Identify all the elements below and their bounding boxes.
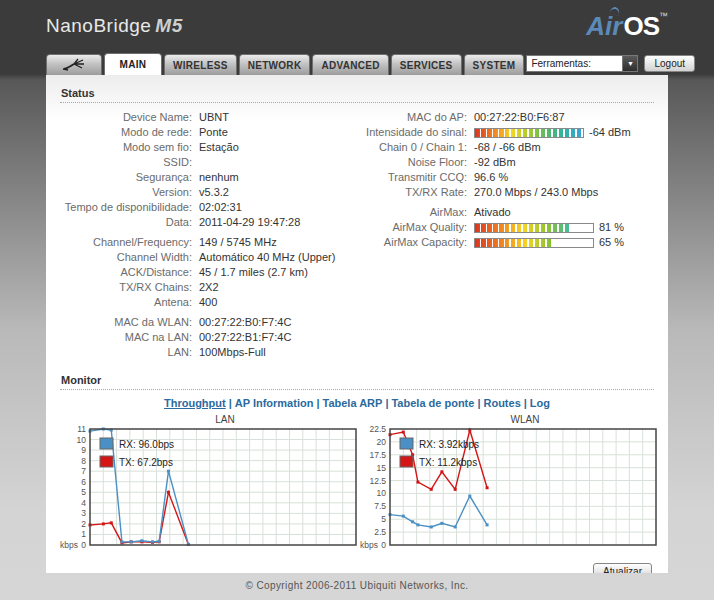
status-label: Modo de rede: bbox=[60, 125, 192, 140]
status-value: 00:27:22:B0:F6:87 bbox=[474, 110, 565, 125]
status-label: LAN: bbox=[60, 345, 192, 360]
refresh-row: Atualizar bbox=[60, 554, 654, 573]
tab-logo[interactable] bbox=[46, 54, 102, 75]
legend-swatch bbox=[100, 456, 113, 467]
lan-chart: LAN01234567891011kbpsRX: 96.0bpsTX: 67.2… bbox=[60, 412, 360, 554]
monitor-link-log[interactable]: Log bbox=[530, 397, 550, 409]
status-row: Device Name:UBNT bbox=[60, 110, 357, 125]
status-value: 270.0 Mbps / 243.0 Mbps bbox=[474, 185, 598, 200]
status-label: Tempo de disponibilidade: bbox=[60, 200, 192, 215]
status-row: Noise Floor:-92 dBm bbox=[357, 155, 654, 170]
legend-label: TX: 11.2kbps bbox=[419, 457, 477, 468]
status-row: Segurança:nenhum bbox=[60, 170, 357, 185]
monitor-link-throughput[interactable]: Throughput bbox=[164, 397, 226, 409]
status-value: 65 % bbox=[599, 235, 624, 250]
monitor-link-ap-information[interactable]: AP Information bbox=[235, 397, 314, 409]
status-value: Estação bbox=[199, 140, 239, 155]
status-label: Channel Width: bbox=[60, 250, 192, 265]
status-row: TX/RX Chains:2X2 bbox=[60, 280, 357, 295]
status-label: SSID: bbox=[60, 155, 192, 170]
tab-wireless[interactable]: WIRELESS bbox=[164, 54, 237, 75]
tab-services[interactable]: SERVICES bbox=[391, 54, 462, 75]
status-row: Chain 0 / Chain 1:-68 / -66 dBm bbox=[357, 140, 654, 155]
lan-chart-svg: 01234567891011kbpsRX: 96.0bpsTX: 67.2bps bbox=[60, 426, 360, 550]
status-value: -92 dBm bbox=[474, 155, 516, 170]
status-label: MAC do AP: bbox=[357, 110, 467, 125]
status-row: TX/RX Rate:270.0 Mbps / 243.0 Mbps bbox=[357, 185, 654, 200]
tab-advanced[interactable]: ADVANCED bbox=[312, 54, 388, 75]
legend-swatch bbox=[100, 438, 113, 449]
status-label: MAC na LAN: bbox=[60, 330, 192, 345]
chart-title: WLAN bbox=[360, 414, 660, 425]
link-separator: | bbox=[477, 397, 480, 409]
status-value: 02:02:31 bbox=[199, 200, 242, 215]
status-value: -68 / -66 dBm bbox=[474, 140, 541, 155]
status-value: 2011-04-29 19:47:28 bbox=[199, 215, 300, 230]
status-row: AirMax Capacity:65 % bbox=[357, 235, 654, 250]
signal-meter bbox=[474, 128, 584, 138]
status-value: 00:27:22:B1:F7:4C bbox=[199, 330, 291, 345]
monitor-link-routes[interactable]: Routes bbox=[483, 397, 520, 409]
svg-text:20: 20 bbox=[377, 437, 387, 447]
svg-text:0: 0 bbox=[381, 540, 386, 550]
throughput-charts: LAN01234567891011kbpsRX: 96.0bpsTX: 67.2… bbox=[60, 412, 654, 554]
airos-air-text: Air bbox=[586, 11, 622, 41]
status-row: Version:v5.3.2 bbox=[60, 185, 357, 200]
footer-copyright: © Copyright 2006-2011 Ubiquiti Networks,… bbox=[0, 573, 714, 591]
wlan-chart-svg: 02.557.51012.51517.52022.5kbpsRX: 3.92kb… bbox=[360, 426, 660, 550]
status-label: AirMax Quality: bbox=[357, 220, 467, 235]
refresh-button[interactable]: Atualizar bbox=[593, 563, 652, 573]
status-right-column: MAC do AP:00:27:22:B0:F6:87Intensidade d… bbox=[357, 110, 654, 360]
tab-system[interactable]: SYSTEM bbox=[464, 54, 525, 75]
monitor-link-tabela-arp[interactable]: Tabela ARP bbox=[322, 397, 382, 409]
chevron-down-icon[interactable]: ▼ bbox=[622, 56, 637, 71]
status-label: Chain 0 / Chain 1: bbox=[357, 140, 467, 155]
status-value: nenhum bbox=[199, 170, 239, 185]
status-row: AirMax:Ativado bbox=[357, 205, 654, 220]
tools-dropdown[interactable]: Ferramentas: ▼ bbox=[526, 55, 638, 72]
status-value: 45 / 1.7 miles (2.7 km) bbox=[199, 265, 308, 280]
svg-text:22.5: 22.5 bbox=[369, 426, 386, 434]
status-label: Device Name: bbox=[60, 110, 192, 125]
status-row: MAC do AP:00:27:22:B0:F6:87 bbox=[357, 110, 654, 125]
status-label: Noise Floor: bbox=[357, 155, 467, 170]
svg-text:9: 9 bbox=[81, 445, 86, 455]
status-row: Transmitir CCQ:96.6 % bbox=[357, 170, 654, 185]
status-value: Ativado bbox=[474, 205, 511, 220]
status-row: ACK/Distance:45 / 1.7 miles (2.7 km) bbox=[60, 265, 357, 280]
status-row: AirMax Quality:81 % bbox=[357, 220, 654, 235]
status-section-title: Status bbox=[60, 85, 654, 103]
monitor-section-title: Monitor bbox=[60, 372, 654, 390]
status-value: 100Mbps-Full bbox=[199, 345, 266, 360]
svg-text:kbps: kbps bbox=[60, 540, 78, 550]
status-label: Intensidade do sinal: bbox=[357, 125, 467, 140]
logout-button[interactable]: Logout bbox=[644, 55, 695, 72]
monitor-links: Throughput|AP Information|Tabela ARP|Tab… bbox=[60, 397, 654, 409]
tab-main[interactable]: MAIN bbox=[104, 53, 162, 75]
product-logo: NanoBridgeM5 bbox=[46, 15, 183, 37]
airmax-quality-meter bbox=[474, 223, 594, 233]
status-value: 81 % bbox=[599, 220, 624, 235]
svg-text:0: 0 bbox=[81, 540, 86, 550]
status-label: TX/RX Chains: bbox=[60, 280, 192, 295]
tab-network[interactable]: NETWORK bbox=[239, 54, 311, 75]
status-section: Device Name:UBNTModo de rede:PonteModo s… bbox=[60, 103, 654, 360]
svg-text:15: 15 bbox=[377, 463, 387, 473]
status-value: 149 / 5745 MHz bbox=[199, 235, 277, 250]
svg-text:6: 6 bbox=[81, 477, 86, 487]
svg-text:8: 8 bbox=[81, 456, 86, 466]
monitor-link-tabela-de-ponte[interactable]: Tabela de ponte bbox=[391, 397, 474, 409]
status-row: LAN:100Mbps-Full bbox=[60, 345, 357, 360]
main-panel: Status Device Name:UBNTModo de rede:Pont… bbox=[46, 75, 668, 573]
legend-swatch bbox=[400, 438, 413, 449]
status-label: Version: bbox=[60, 185, 192, 200]
status-value: 2X2 bbox=[199, 280, 219, 295]
status-row: Modo de rede:Ponte bbox=[60, 125, 357, 140]
header-controls: Ferramentas: ▼ Logout bbox=[526, 55, 695, 75]
svg-text:kbps: kbps bbox=[360, 540, 378, 550]
svg-text:1: 1 bbox=[81, 529, 86, 539]
svg-text:7.5: 7.5 bbox=[374, 501, 386, 511]
ubiquiti-antenna-icon bbox=[62, 58, 86, 73]
status-row: MAC na LAN:00:27:22:B1:F7:4C bbox=[60, 330, 357, 345]
svg-text:2.5: 2.5 bbox=[374, 527, 386, 537]
